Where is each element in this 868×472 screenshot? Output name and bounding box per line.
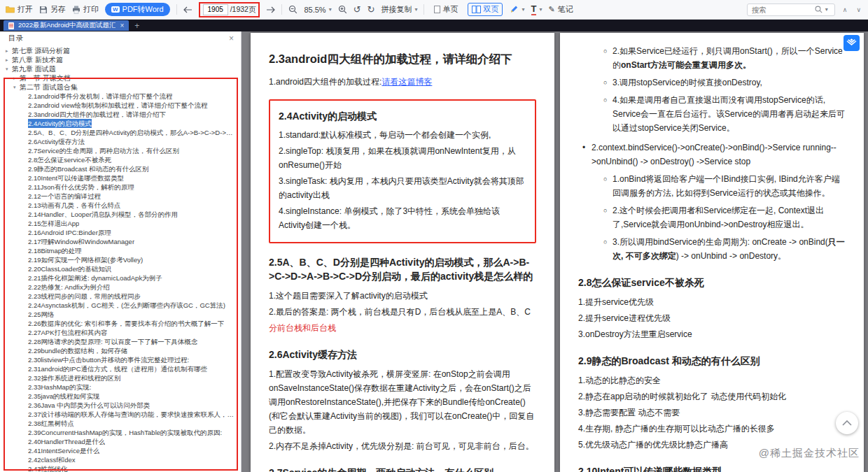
toc-item[interactable]: 2.5A、B、C、D分别是四种Activity的启动模式，那么A->B->C->…: [0, 128, 241, 137]
zoom-out-button[interactable]: [288, 5, 298, 14]
toc-item[interactable]: 2.8怎么保证service不被杀死: [0, 155, 241, 164]
paragraph: 3.singleTask: 栈内复用，本栈内只要用该类型Activity就会将其…: [279, 175, 526, 203]
search-prev-button[interactable]: ∧: [841, 6, 849, 13]
print-label: 打印: [83, 4, 99, 15]
toc-item[interactable]: 2.6Activity缓存方法: [0, 137, 241, 146]
scroll-to-top-button[interactable]: [836, 412, 858, 434]
toc-item[interactable]: 2.16Android IPC:Binder原理: [0, 228, 241, 237]
search-next-button[interactable]: ∨: [855, 6, 862, 13]
search-input[interactable]: [752, 6, 812, 14]
text-run: 2.8怎么保证service不被杀死: [578, 277, 704, 288]
toc-item[interactable]: ▸第八章 新技术篇: [0, 55, 241, 64]
save-as-button[interactable]: 另存: [39, 4, 66, 15]
note-button[interactable]: ✎ 笔记: [548, 4, 573, 15]
next-page-button[interactable]: [266, 6, 275, 13]
toc-item[interactable]: 2.27APK打包流程和其内容: [0, 328, 241, 337]
juejin-logo-icon[interactable]: [844, 35, 860, 51]
toc-item[interactable]: 2.21插件化框架阐述: dynamicLoadApk为例子: [0, 273, 241, 283]
toc-item[interactable]: 2.20ClassLoader的基础知识: [0, 264, 241, 273]
pdf-to-word-button[interactable]: W PDF转Word: [105, 3, 170, 16]
hyperlink[interactable]: 请看这篇博客: [382, 77, 432, 87]
section-heading: 2.10Intent可以传递哪些数据类型: [578, 464, 846, 472]
toc-item[interactable]: 2.24Asynctask机制，GC相关，(怎么判断哪些内存该GC，GC算法): [0, 301, 241, 310]
toc-item[interactable]: 2.29bundle的数据结构，如何存储: [0, 346, 241, 355]
toc-item[interactable]: ▾第二节 面试题合集: [0, 83, 241, 92]
toc-item[interactable]: 2.13动画有几类，各有什么特点: [0, 201, 241, 210]
toc-item[interactable]: 2.30listview中点击button并移动的事件流完整处理过程:: [0, 355, 241, 364]
toc-item[interactable]: 2.15怎样退出App: [0, 219, 241, 228]
toc-item[interactable]: 2.7Service的生命周期，两种启动方法，有什么区别: [0, 146, 241, 155]
toc-item[interactable]: 2.18Bitmap的处理: [0, 246, 241, 255]
toc-item[interactable]: 2.36Java 中内部类为什么可以访问外部类: [0, 401, 241, 410]
toc-item[interactable]: 2.43性能优化: [0, 464, 241, 472]
toc-item-label: 第九章 面试题: [12, 64, 56, 73]
rotate-left-button[interactable]: ↺: [354, 4, 361, 15]
tree-collapsed-icon[interactable]: ▸: [13, 73, 20, 83]
zoom-in-button[interactable]: [338, 5, 347, 14]
paragraph: 2.静态在app启动的时候就初始化了 动态使用代码初始化: [578, 390, 846, 404]
toc-item[interactable]: 2.40HandlerThread是什么: [0, 437, 241, 446]
toc-item[interactable]: 2.42classf和dex: [0, 455, 241, 464]
page-number-input[interactable]: [203, 4, 228, 15]
chevron-down-icon[interactable]: ▾: [825, 6, 828, 13]
toc-item-label: 2.36Java 中内部类为什么可以访问外部类: [28, 401, 150, 410]
text-tool-dropdown[interactable]: T ▾: [531, 4, 542, 15]
tree-collapsed-icon[interactable]: ▸: [6, 46, 12, 55]
tree-collapsed-icon[interactable]: ▸: [6, 55, 12, 64]
tree-expanded-icon[interactable]: ▾: [6, 64, 12, 73]
print-button[interactable]: 打印: [72, 4, 99, 15]
paragraph: 2.最后的答案是: 两个栈，前台栈是只有D，后台栈从底至上是A、B、C: [269, 306, 536, 320]
toc-item[interactable]: ▾第九章 面试题: [0, 64, 241, 73]
toc-item[interactable]: 2.23线程同步的问题，常用的线程同步: [0, 292, 241, 301]
toc-item[interactable]: 2.9静态的Broadcast 和动态的有什么区别: [0, 164, 241, 173]
single-page-button[interactable]: 单页: [430, 3, 461, 15]
toc-item-label: 2.15怎样退出App: [28, 219, 79, 228]
text-run: ) -> onUnbind -> onDestory。: [676, 251, 786, 261]
toc-item[interactable]: 2.11Json有什么优劣势，解析的原理: [0, 183, 241, 192]
toc-close-icon[interactable]: ×: [229, 34, 234, 43]
toc-item[interactable]: 2.38红黑树特点: [0, 419, 241, 428]
toc-item[interactable]: 2.26数据库的优化: 索引和事务，需要找本有介绍的书大概了解一下: [0, 319, 241, 328]
toc-item[interactable]: 2.32操作系统进程和线程的区别: [0, 373, 241, 382]
chevron-down-icon: ▾: [539, 6, 542, 13]
highlighter-dropdown[interactable]: ▾: [509, 5, 524, 14]
prev-page-button[interactable]: [183, 6, 192, 13]
tab-title: 2022最新Android中高级面试题汇: [18, 21, 115, 30]
toc-item[interactable]: 2.12一个语言的编译过程: [0, 192, 241, 201]
zoom-level-dropdown[interactable]: 85.5% ▾: [304, 6, 331, 14]
toc-item[interactable]: 2.39ConcurrentHashMap的实现，HashTable的实现被取代…: [0, 428, 241, 437]
toc-item-label: 2.5A、B、C、D分别是四种Activity的启动模式，那么A->B->C->…: [28, 128, 234, 137]
toc-item[interactable]: 2.37设计移动端的联系人存储与查询的功能，要求快速搜索联系人，可以用到的: [0, 410, 241, 419]
toc-item[interactable]: 2.31android的IPC通信方式，线程（进程用）通信机制有哪些: [0, 364, 241, 373]
toc-item[interactable]: ▸第一节 开课文档: [0, 73, 241, 83]
toc-item-label: 2.32操作系统进程和线程的区别: [28, 373, 121, 382]
toc-item[interactable]: 2.4Activity的启动模式: [0, 119, 241, 128]
rotate-right-button[interactable]: ↻: [368, 4, 375, 15]
tree-expanded-icon[interactable]: ▾: [13, 83, 20, 92]
paragraph: 1.android四大组件的加载过程:请看这篇博客: [269, 76, 536, 90]
toc-item[interactable]: 2.22热修复: Andfix为例介绍: [0, 283, 241, 292]
new-tab-button[interactable]: +: [134, 22, 139, 30]
toc-item[interactable]: 2.17理解Window和WindowManager: [0, 237, 241, 246]
toc-item[interactable]: ▸第七章 源码分析篇: [0, 46, 241, 55]
paragraph: 4.如果是调用者自己直接退出而没有调用stopService的话, Servic…: [603, 94, 846, 136]
toc-item[interactable]: 2.2android view绘制机制和加载过程，请详细介绍下整个流程: [0, 101, 241, 110]
search-icon[interactable]: [815, 6, 822, 13]
text-run: 3.singleTask: 栈内复用，本栈内只要用该类型Activity就会将其…: [279, 176, 524, 200]
toc-item[interactable]: 2.25网络: [0, 310, 241, 319]
toc-item[interactable]: 2.3android四大组件的加载过程，请详细介绍下: [0, 110, 241, 119]
tab-close-icon[interactable]: ×: [120, 22, 124, 29]
toc-item[interactable]: 2.28网络请求的类型原理: 可以百度一下了解一下具体概念: [0, 337, 241, 346]
toc-item[interactable]: 2.14Handler、Looper消息队列模型，各部分的作用: [0, 210, 241, 219]
toc-item[interactable]: 2.35java的线程如何实现: [0, 392, 241, 401]
document-tab[interactable]: 2022最新Android中高级面试题汇 ×: [4, 20, 129, 31]
toc-item[interactable]: 2.19如何实现一个网络框架(参考Volley): [0, 255, 241, 264]
toc-item[interactable]: 2.1android事件分发机制，请详细介绍下整个流程: [0, 92, 241, 101]
double-page-button[interactable]: 双页: [468, 3, 503, 16]
open-button[interactable]: 打开: [6, 4, 33, 15]
toc-item[interactable]: 2.33HashMap的实现:: [0, 382, 241, 392]
copy-mode-dropdown[interactable]: 拼接复制 ▾: [381, 4, 417, 15]
toc-item[interactable]: 2.41IntentService是什么: [0, 446, 241, 455]
toc-item[interactable]: 2.10Intent可以传递哪些数据类型: [0, 173, 241, 183]
toc-item-label: 2.41IntentService是什么: [28, 446, 99, 455]
